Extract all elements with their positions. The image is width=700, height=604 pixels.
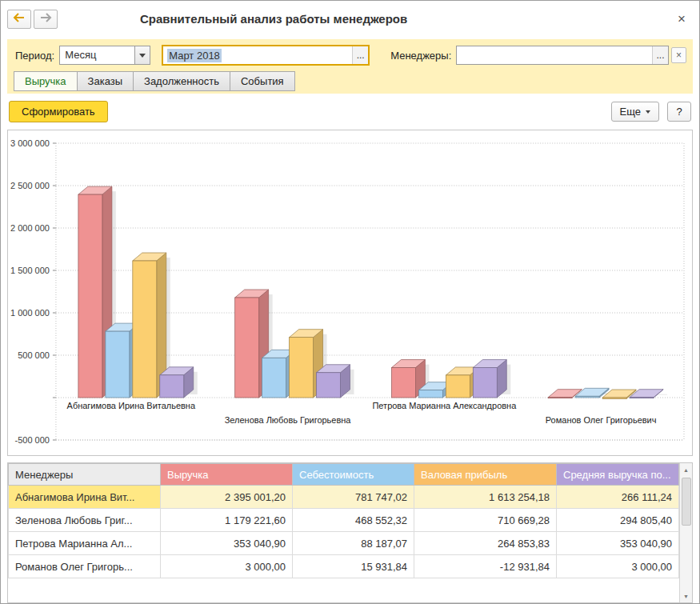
back-button[interactable] <box>7 10 31 29</box>
value-cell[interactable]: 1 613 254,18 <box>414 486 557 509</box>
more-button[interactable]: Еще <box>611 102 659 122</box>
forward-button[interactable] <box>34 10 58 29</box>
value-cell[interactable]: 266 111,24 <box>557 486 679 509</box>
svg-text:Зеленова Любовь Григорьевна: Зеленова Любовь Григорьевна <box>225 415 352 425</box>
value-cell[interactable]: 353 040,90 <box>161 532 293 555</box>
forward-arrow-icon <box>39 13 52 25</box>
tab-4[interactable]: События <box>230 71 295 91</box>
svg-text:2 500 000: 2 500 000 <box>10 181 50 190</box>
chart-area: 3 000 0002 500 0002 000 0001 500 0001 00… <box>7 130 693 456</box>
app-window: { "window": { "title": "Сравнительный ан… <box>0 0 700 604</box>
column-header[interactable]: Менеджеры <box>9 464 161 486</box>
help-button[interactable]: ? <box>667 102 691 122</box>
value-cell[interactable]: 2 395 001,20 <box>161 486 293 509</box>
column-header[interactable]: Средняя выручка по... <box>557 464 679 486</box>
more-button-label: Еще <box>620 106 641 118</box>
chevron-down-icon <box>139 54 146 58</box>
tab-2[interactable]: Заказы <box>77 71 134 91</box>
managers-field[interactable]: ... <box>456 46 669 65</box>
filter-panel: Период: Месяц Март 2018 ... Менеджеры: .… <box>7 39 693 94</box>
period-value: Месяц <box>60 46 134 64</box>
svg-text:2 000 000: 2 000 000 <box>10 223 50 233</box>
scroll-down-icon[interactable]: ▼ <box>680 590 692 602</box>
date-value: Март 2018 <box>163 48 352 63</box>
table-header-row: МенеджерыВыручкаСебестоимостьВаловая при… <box>9 464 679 486</box>
managers-label: Менеджеры: <box>390 50 451 62</box>
svg-text:500 000: 500 000 <box>18 350 50 360</box>
svg-text:Романов Олег Григорьевич: Романов Олег Григорьевич <box>546 415 657 425</box>
value-cell[interactable]: 353 040,90 <box>557 532 679 555</box>
chevron-down-icon <box>646 110 650 114</box>
period-label: Период: <box>15 50 54 62</box>
period-dropdown-button[interactable] <box>134 46 150 64</box>
value-cell[interactable]: 294 805,40 <box>557 509 679 532</box>
period-combobox[interactable]: Месяц <box>59 46 150 65</box>
scroll-thumb[interactable] <box>682 478 691 526</box>
results-table: МенеджерыВыручкаСебестоимостьВаловая при… <box>8 463 679 578</box>
value-cell[interactable]: 781 747,02 <box>293 486 414 509</box>
date-picker-button[interactable]: ... <box>352 46 368 64</box>
manager-name-cell[interactable]: Зеленова Любовь Григ... <box>9 509 161 532</box>
manager-name-cell[interactable]: Романов Олег Григорь... <box>9 555 161 578</box>
svg-text:1 000 000: 1 000 000 <box>10 308 50 318</box>
value-cell[interactable]: -12 931,84 <box>414 555 557 578</box>
value-cell[interactable]: 264 853,83 <box>414 532 557 555</box>
svg-text:Абнагимова Ирина Витальевна: Абнагимова Ирина Витальевна <box>67 401 196 410</box>
value-cell[interactable]: 15 931,84 <box>293 555 414 578</box>
filter-row: Период: Месяц Март 2018 ... Менеджеры: .… <box>14 44 686 66</box>
svg-text:1 500 000: 1 500 000 <box>10 266 50 275</box>
close-button[interactable]: × <box>674 11 690 27</box>
manager-name-cell[interactable]: Абнагимова Ирина Вит... <box>9 486 161 509</box>
value-cell[interactable]: 3 000,00 <box>161 555 293 578</box>
table-row[interactable]: Петрова Марианна Ал...353 040,9088 187,0… <box>9 532 679 555</box>
table-row[interactable]: Романов Олег Григорь...3 000,0015 931,84… <box>9 555 679 578</box>
column-header[interactable]: Себестоимость <box>293 464 414 486</box>
table-scrollbar[interactable]: ▲ ▼ <box>679 463 692 602</box>
value-cell[interactable]: 3 000,00 <box>557 555 679 578</box>
value-cell[interactable]: 468 552,32 <box>293 509 414 532</box>
table-row[interactable]: Зеленова Любовь Григ...1 179 221,60468 5… <box>9 509 679 532</box>
toolbar: Сформировать Еще ? <box>1 94 699 130</box>
scroll-up-icon[interactable]: ▲ <box>680 463 692 476</box>
table-body: Абнагимова Ирина Вит...2 395 001,20781 7… <box>9 486 679 578</box>
svg-text:-500 000: -500 000 <box>15 435 50 445</box>
results-table-container: МенеджерыВыручкаСебестоимостьВаловая при… <box>7 462 693 603</box>
value-cell[interactable]: 88 187,07 <box>293 532 414 555</box>
column-header[interactable]: Валовая прибыль <box>414 464 557 486</box>
manager-name-cell[interactable]: Петрова Марианна Ал... <box>9 532 161 555</box>
value-cell[interactable]: 1 179 221,60 <box>161 509 293 532</box>
svg-text:Петрова Марианна Александровна: Петрова Марианна Александровна <box>372 401 517 410</box>
back-arrow-icon <box>13 13 26 25</box>
managers-filter: Менеджеры: ... × <box>389 46 686 65</box>
tab-1[interactable]: Выручка <box>14 71 78 91</box>
bar-chart-svg: 3 000 0002 500 0002 000 0001 500 0001 00… <box>8 130 692 455</box>
value-cell[interactable]: 710 669,28 <box>414 509 557 532</box>
table-row[interactable]: Абнагимова Ирина Вит...2 395 001,20781 7… <box>9 486 679 509</box>
toolbar-right: Еще ? <box>611 102 691 122</box>
generate-button[interactable]: Сформировать <box>9 101 108 122</box>
svg-text:3 000 000: 3 000 000 <box>10 138 50 148</box>
page-title: Сравнительный анализ работы менеджеров <box>140 12 407 26</box>
column-header[interactable]: Выручка <box>161 464 293 486</box>
date-field[interactable]: Март 2018 ... <box>162 45 370 66</box>
managers-clear-button[interactable]: × <box>671 47 686 63</box>
title-bar: Сравнительный анализ работы менеджеров × <box>1 1 699 37</box>
managers-select-button[interactable]: ... <box>652 46 668 64</box>
tab-bar: ВыручкаЗаказыЗадолженностьСобытия <box>14 71 686 91</box>
managers-input[interactable] <box>457 46 652 64</box>
tab-3[interactable]: Задолженность <box>133 71 230 91</box>
